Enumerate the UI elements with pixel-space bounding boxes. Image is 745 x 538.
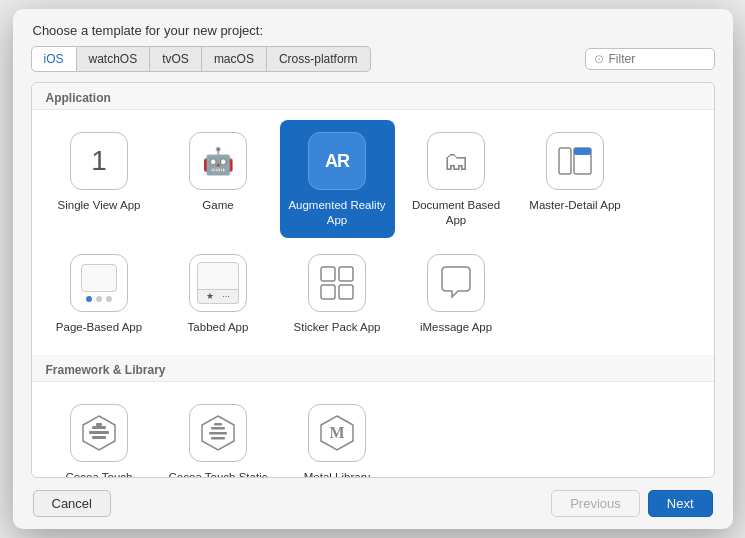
template-icon-cocoa-static [189, 404, 247, 462]
tab-watchos[interactable]: watchOS [77, 46, 151, 72]
template-icon-metal: M [308, 404, 366, 462]
document-icon: 🗂 [443, 146, 469, 177]
template-label-metal: Metal Library [304, 470, 370, 478]
tabs-filter-row: iOS watchOS tvOS macOS Cross-platform ⊙ [13, 38, 733, 72]
template-sticker[interactable]: Sticker Pack App [280, 242, 395, 345]
dialog: Choose a template for your new project: … [13, 9, 733, 529]
template-label-tabbed: Tabbed App [188, 320, 249, 335]
dialog-header: Choose a template for your new project: [13, 9, 733, 38]
template-label-ar: Augmented Reality App [288, 198, 387, 228]
svg-rect-4 [339, 267, 353, 281]
template-cocoa-framework[interactable]: Cocoa Touch Framework [42, 392, 157, 478]
template-page-based[interactable]: Page-Based App [42, 242, 157, 345]
framework-grid: Cocoa Touch Framework Cocoa Touch Static… [32, 382, 714, 478]
svg-text:M: M [329, 424, 344, 441]
template-icon-sticker [308, 254, 366, 312]
template-icon-document: 🗂 [427, 132, 485, 190]
tabs-bar: iOS watchOS tvOS macOS Cross-platform [31, 46, 371, 72]
template-icon-ar: AR [308, 132, 366, 190]
ar-icon: AR [325, 151, 349, 172]
content-area: Application 1 Single View App 🤖 Game AR … [31, 82, 715, 478]
template-label-imessage: iMessage App [420, 320, 492, 335]
svg-rect-0 [559, 148, 571, 174]
single-view-icon: 1 [91, 145, 107, 177]
section-header-application: Application [32, 83, 714, 110]
filter-icon: ⊙ [594, 52, 604, 66]
svg-rect-6 [339, 285, 353, 299]
footer: Cancel Previous Next [13, 478, 733, 529]
svg-rect-11 [96, 423, 102, 426]
template-icon-tabbed: ★ ··· [189, 254, 247, 312]
cancel-button[interactable]: Cancel [33, 490, 111, 517]
template-icon-master-detail [546, 132, 604, 190]
template-label-document: Document Based App [407, 198, 506, 228]
master-detail-icon [558, 147, 592, 175]
imessage-icon [438, 265, 474, 301]
filter-box: ⊙ [585, 48, 715, 70]
dialog-title: Choose a template for your new project: [33, 23, 264, 38]
template-imessage[interactable]: iMessage App [399, 242, 514, 345]
tab-tvos[interactable]: tvOS [150, 46, 202, 72]
template-label-sticker: Sticker Pack App [294, 320, 381, 335]
svg-rect-10 [92, 436, 106, 439]
template-document[interactable]: 🗂 Document Based App [399, 120, 514, 238]
cocoa-static-icon [198, 413, 238, 453]
svg-rect-5 [321, 285, 335, 299]
cocoa-framework-icon [79, 413, 119, 453]
application-grid: 1 Single View App 🤖 Game AR Augmented Re… [32, 110, 714, 355]
svg-rect-9 [92, 426, 106, 429]
template-label-single-view: Single View App [58, 198, 141, 213]
template-icon-cocoa-framework [70, 404, 128, 462]
svg-rect-14 [209, 432, 227, 435]
template-metal[interactable]: M Metal Library [280, 392, 395, 478]
svg-rect-3 [321, 267, 335, 281]
tab-ios[interactable]: iOS [31, 46, 77, 72]
template-single-view[interactable]: 1 Single View App [42, 120, 157, 238]
previous-button[interactable]: Previous [551, 490, 640, 517]
game-icon: 🤖 [202, 146, 234, 177]
svg-rect-16 [214, 423, 222, 426]
template-icon-game: 🤖 [189, 132, 247, 190]
template-icon-page-based [70, 254, 128, 312]
template-icon-imessage [427, 254, 485, 312]
svg-rect-15 [211, 437, 225, 440]
filter-input[interactable] [609, 52, 699, 66]
template-label-cocoa-static: Cocoa Touch Static Library [169, 470, 268, 478]
template-tabbed[interactable]: ★ ··· Tabbed App [161, 242, 276, 345]
svg-rect-2 [574, 148, 591, 155]
btn-group: Previous Next [551, 490, 712, 517]
svg-rect-13 [211, 427, 225, 430]
sticker-icon [319, 265, 355, 301]
template-master-detail[interactable]: Master-Detail App [518, 120, 633, 238]
template-label-master-detail: Master-Detail App [529, 198, 620, 213]
template-game[interactable]: 🤖 Game [161, 120, 276, 238]
template-label-game: Game [202, 198, 233, 213]
template-ar[interactable]: AR Augmented Reality App [280, 120, 395, 238]
tab-cross-platform[interactable]: Cross-platform [267, 46, 371, 72]
svg-rect-8 [89, 431, 109, 434]
template-label-cocoa-framework: Cocoa Touch Framework [50, 470, 149, 478]
template-icon-single-view: 1 [70, 132, 128, 190]
next-button[interactable]: Next [648, 490, 713, 517]
tab-macos[interactable]: macOS [202, 46, 267, 72]
template-cocoa-static[interactable]: Cocoa Touch Static Library [161, 392, 276, 478]
metal-icon: M [317, 413, 357, 453]
section-header-framework: Framework & Library [32, 355, 714, 382]
template-label-page-based: Page-Based App [56, 320, 142, 335]
